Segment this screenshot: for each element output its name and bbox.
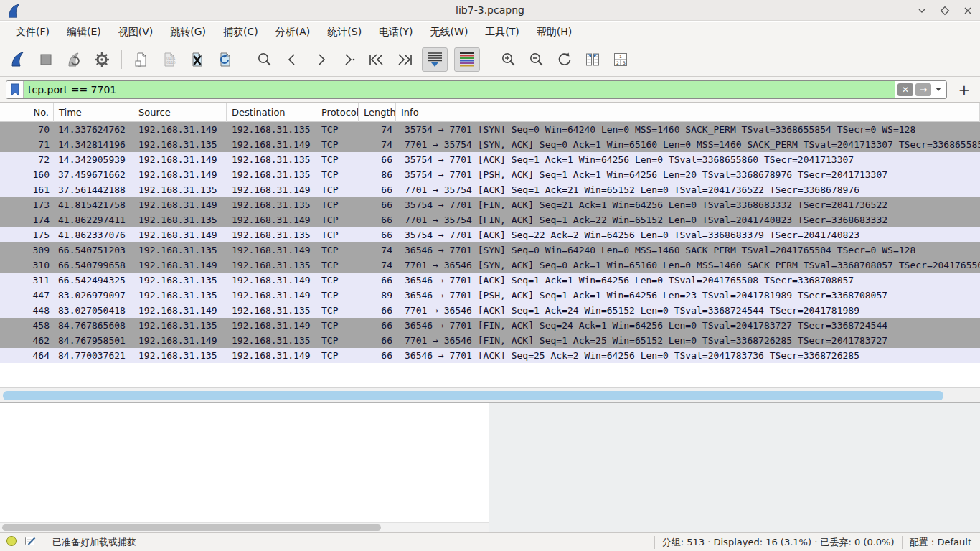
open-file-icon — [133, 51, 150, 68]
filter-input[interactable] — [24, 81, 895, 98]
filter-clear-button[interactable]: ✕ — [897, 83, 913, 96]
cell-destination: 192.168.31.149 — [227, 348, 316, 363]
table-row[interactable]: 17441.862297411192.168.31.135192.168.31.… — [0, 212, 980, 227]
cell-time: 41.815421758 — [54, 197, 133, 212]
go-last-button[interactable] — [394, 47, 415, 72]
cell-no: 458 — [0, 318, 54, 333]
table-row[interactable]: 17541.862337076192.168.31.149192.168.31.… — [0, 227, 980, 242]
maximize-icon[interactable] — [938, 4, 951, 17]
menu-item-0[interactable]: 文件(F) — [9, 23, 57, 42]
details-hscrollbar[interactable] — [0, 522, 489, 532]
auto-scroll-toggle[interactable] — [422, 47, 448, 72]
cell-info: 35754 → 7701 [ACK] Seq=22 Ack=2 Win=6425… — [396, 227, 980, 242]
stop-icon — [37, 51, 55, 68]
resize-columns-button[interactable] — [582, 47, 603, 72]
go-back-button[interactable] — [282, 47, 303, 72]
menu-item-1[interactable]: 编辑(E) — [60, 23, 108, 42]
cell-no: 160 — [0, 167, 54, 182]
column-header-no[interactable]: No. — [0, 103, 54, 122]
scrollbar-thumb[interactable] — [2, 524, 381, 531]
table-row[interactable]: 7214.342905939192.168.31.149192.168.31.1… — [0, 152, 980, 167]
cell-no: 70 — [0, 122, 54, 137]
table-row[interactable]: 45884.767865608192.168.31.135192.168.31.… — [0, 318, 980, 333]
packet-list-hscrollbar[interactable] — [0, 387, 980, 402]
column-header-info[interactable]: Info — [396, 103, 980, 122]
close-icon[interactable] — [961, 4, 974, 17]
auto-scroll-icon — [425, 50, 444, 69]
filter-bookmark-icon[interactable] — [6, 81, 24, 98]
scrollbar-thumb[interactable] — [3, 391, 943, 400]
table-row[interactable]: 7114.342814196192.168.31.135192.168.31.1… — [0, 137, 980, 152]
zoom-in-button[interactable] — [498, 47, 519, 72]
menu-item-9[interactable]: 工具(T) — [478, 23, 526, 42]
filter-apply-button[interactable]: → — [915, 83, 931, 96]
save-file-button[interactable]: 01010110 — [159, 47, 180, 72]
toolbar-separator — [121, 50, 122, 69]
column-header-source[interactable]: Source — [133, 103, 227, 122]
cell-no: 71 — [0, 137, 54, 152]
menu-item-8[interactable]: 无线(W) — [423, 23, 476, 42]
restart-capture-button[interactable] — [63, 47, 85, 72]
column-header-destination[interactable]: Destination — [227, 103, 316, 122]
menu-item-7[interactable]: 电话(Y) — [372, 23, 420, 42]
table-row[interactable]: 31166.542494325192.168.31.135192.168.31.… — [0, 273, 980, 288]
minimize-icon[interactable] — [915, 4, 928, 17]
table-row[interactable]: 44783.026979097192.168.31.135192.168.31.… — [0, 288, 980, 303]
menu-item-3[interactable]: 跳转(G) — [163, 23, 213, 42]
layout-button[interactable]: 123 — [610, 47, 631, 72]
column-header-length[interactable]: Length — [359, 103, 396, 122]
cell-source: 192.168.31.149 — [133, 303, 227, 318]
column-header-time[interactable]: Time — [54, 103, 133, 122]
cell-time: 83.026979097 — [54, 288, 133, 303]
menu-item-6[interactable]: 统计(S) — [320, 23, 369, 42]
filter-add-button[interactable]: + — [954, 80, 974, 100]
go-first-button[interactable] — [366, 47, 387, 72]
reload-file-button[interactable] — [215, 47, 236, 72]
table-row[interactable]: 16037.459671662192.168.31.149192.168.31.… — [0, 167, 980, 182]
menu-item-10[interactable]: 帮助(H) — [529, 23, 579, 42]
table-row[interactable]: 17341.815421758192.168.31.149192.168.31.… — [0, 197, 980, 212]
colorize-toggle[interactable] — [454, 47, 480, 72]
forward-icon — [312, 51, 329, 68]
cell-info: 35754 → 7701 [SYN] Seq=0 Win=64240 Len=0… — [396, 122, 980, 137]
menu-item-2[interactable]: 视图(V) — [111, 23, 161, 42]
menu-item-4[interactable]: 捕获(C) — [216, 23, 265, 42]
open-file-button[interactable] — [131, 47, 152, 72]
go-forward-button[interactable] — [310, 47, 331, 72]
expert-info-icon[interactable] — [24, 535, 37, 549]
cell-protocol: TCP — [316, 152, 359, 167]
colorize-icon — [458, 50, 476, 69]
cell-info: 7701 → 35754 [ACK] Seq=1 Ack=21 Win=6515… — [396, 182, 980, 197]
packet-bytes-pane — [489, 403, 980, 532]
capture-options-button[interactable] — [91, 47, 113, 72]
cell-protocol: TCP — [316, 137, 359, 152]
save-file-icon: 01010110 — [161, 51, 178, 68]
table-row[interactable]: 46284.767958501192.168.31.149192.168.31.… — [0, 333, 980, 348]
menu-item-5[interactable]: 分析(A) — [268, 23, 318, 42]
column-header-protocol[interactable]: Protocol — [316, 103, 359, 122]
filter-dropdown-arrow[interactable] — [936, 88, 941, 91]
close-file-icon — [189, 51, 206, 68]
table-row[interactable]: 16137.561442188192.168.31.135192.168.31.… — [0, 182, 980, 197]
stop-capture-button[interactable] — [35, 47, 57, 72]
table-row[interactable]: 30966.540751203192.168.31.135192.168.31.… — [0, 242, 980, 258]
cell-destination: 192.168.31.135 — [227, 227, 316, 242]
table-row[interactable]: 44883.027050418192.168.31.149192.168.31.… — [0, 303, 980, 318]
table-row[interactable]: 7014.337624762192.168.31.149192.168.31.1… — [0, 122, 980, 137]
capture-status-icon[interactable] — [6, 535, 17, 549]
table-row[interactable]: 46484.770037621192.168.31.135192.168.31.… — [0, 348, 980, 363]
cell-no: 72 — [0, 152, 54, 167]
find-packet-button[interactable] — [254, 47, 275, 72]
cell-time: 66.540751203 — [54, 242, 133, 258]
zoom-reset-button[interactable] — [554, 47, 575, 72]
cell-source: 192.168.31.149 — [133, 227, 227, 242]
close-file-button[interactable] — [187, 47, 208, 72]
cell-protocol: TCP — [316, 303, 359, 318]
table-row[interactable]: 31066.540799658192.168.31.149192.168.31.… — [0, 258, 980, 273]
go-to-packet-button[interactable] — [338, 47, 359, 72]
start-capture-button[interactable] — [7, 47, 29, 72]
zoom-out-button[interactable] — [526, 47, 547, 72]
cell-length: 89 — [359, 288, 396, 303]
cell-info: 7701 → 35754 [SYN, ACK] Seq=0 Ack=1 Win=… — [396, 137, 980, 152]
profile-text[interactable]: 配置：Default — [910, 536, 972, 549]
